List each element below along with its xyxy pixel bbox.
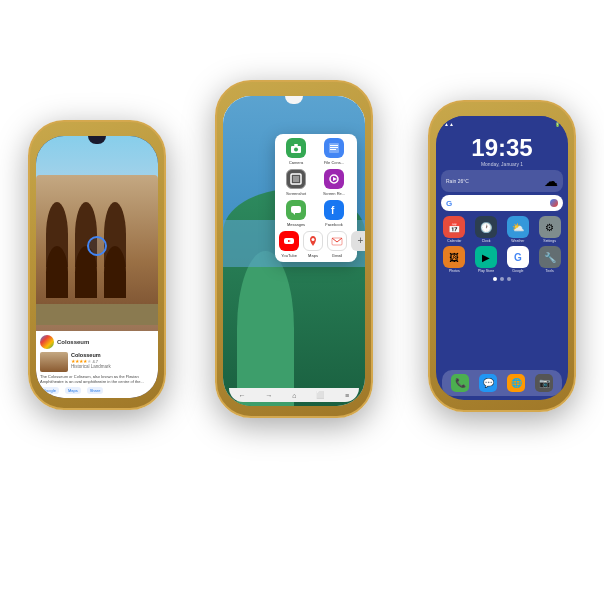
share-app-file[interactable]: File Cons... bbox=[317, 138, 351, 165]
weather-label: Weather bbox=[511, 239, 524, 243]
settings-icon: ⚙ bbox=[539, 216, 561, 238]
settings-label: Settings bbox=[543, 239, 556, 243]
file-icon bbox=[324, 138, 344, 158]
scene: Colosseum Colosseum ★★★★★ 4.7 Historical… bbox=[0, 0, 604, 600]
power-button-mid bbox=[371, 142, 373, 164]
dock-messages-icon[interactable]: 💬 bbox=[479, 374, 497, 392]
tools-label: Tools bbox=[546, 269, 554, 273]
calendar-icon: 📅 bbox=[443, 216, 465, 238]
share-app-screenrec[interactable]: Screen Re... bbox=[317, 169, 351, 196]
phone-mid: 10:05 ▲ Reader mode ↻ ⋮ This Tiny Pictur… bbox=[215, 80, 373, 418]
weather-info: Rain 26°C bbox=[446, 178, 469, 185]
signal-icon: ▲▲ bbox=[444, 121, 454, 127]
google-lens-logo bbox=[40, 335, 54, 349]
share-app-youtube[interactable]: YouTube bbox=[279, 231, 299, 258]
app-settings[interactable]: ⚙ Settings bbox=[535, 216, 564, 243]
svg-rect-6 bbox=[330, 149, 336, 150]
dock-camera-icon[interactable]: 📷 bbox=[535, 374, 553, 392]
menu-icon[interactable]: ≡ bbox=[345, 392, 349, 399]
lens-action-share[interactable]: Share bbox=[87, 387, 104, 394]
playstore-label: Play Store bbox=[478, 269, 494, 273]
google-search-bar[interactable]: G bbox=[441, 195, 563, 211]
file-label: File Cons... bbox=[324, 160, 344, 165]
dot-1 bbox=[493, 277, 497, 281]
share-app-gmail[interactable]: Gmail bbox=[327, 231, 347, 258]
dot-3 bbox=[507, 277, 511, 281]
app-weather[interactable]: ⛅ Weather bbox=[504, 216, 533, 243]
svg-text:+: + bbox=[358, 235, 364, 246]
svg-rect-8 bbox=[293, 176, 299, 182]
dock-browser-icon[interactable]: 🌐 bbox=[507, 374, 525, 392]
share-app-maps[interactable]: Maps bbox=[303, 231, 323, 258]
photos-label: Photos bbox=[449, 269, 460, 273]
share-app-camera[interactable]: Camera bbox=[279, 138, 313, 165]
colosseum-card: Colosseum ★★★★★ 4.7 Historical Landmark bbox=[40, 352, 154, 372]
svg-rect-4 bbox=[330, 145, 338, 146]
colosseum-thumbnail bbox=[40, 352, 68, 372]
maps-label: Maps bbox=[308, 253, 318, 258]
apps-grid: 📅 Calendar 🕐 Clock ⛅ Weather ⚙ Settings … bbox=[436, 214, 568, 275]
maps-icon bbox=[303, 231, 323, 251]
tabs-icon[interactable]: ⬜ bbox=[316, 391, 325, 399]
share-app-more[interactable]: + bbox=[351, 231, 365, 258]
time-display: 19:35 Monday, January 1 bbox=[436, 132, 568, 167]
app-playstore[interactable]: ▶ Play Store bbox=[472, 246, 501, 273]
playstore-icon: ▶ bbox=[475, 246, 497, 268]
screen-left: Colosseum Colosseum ★★★★★ 4.7 Historical… bbox=[36, 136, 158, 398]
share-row-2: Screenshot Screen Re... bbox=[279, 169, 353, 196]
signal-icons-right: ▲▲ bbox=[444, 121, 454, 127]
screen-mid: 10:05 ▲ Reader mode ↻ ⋮ This Tiny Pictur… bbox=[223, 96, 365, 406]
weather-icon: ☁ bbox=[544, 173, 558, 189]
lens-action-google[interactable]: Google bbox=[40, 387, 59, 394]
lens-actions: Google Maps Share bbox=[40, 387, 154, 394]
camera-label: Camera bbox=[289, 160, 303, 165]
screenshot-label: Screenshot bbox=[286, 191, 306, 196]
share-app-screenshot[interactable]: Screenshot bbox=[279, 169, 313, 196]
svg-rect-2 bbox=[294, 144, 298, 146]
google-mic-icon[interactable] bbox=[550, 199, 558, 207]
app-calendar[interactable]: 📅 Calendar bbox=[440, 216, 469, 243]
google-lens-panel: Colosseum Colosseum ★★★★★ 4.7 Historical… bbox=[36, 331, 158, 398]
bottom-navigation-mid: ← → ⌂ ⬜ ≡ bbox=[229, 388, 359, 402]
weather-temp: Rain 26°C bbox=[446, 178, 469, 185]
screen-right: ▲▲ 🔋 19:35 Monday, January 1 Rain 26°C ☁ bbox=[436, 116, 568, 400]
svg-rect-5 bbox=[330, 147, 338, 148]
svg-marker-12 bbox=[293, 213, 295, 215]
volume-up-left bbox=[28, 172, 30, 188]
share-app-messages[interactable]: Messages bbox=[279, 200, 313, 227]
share-row-4: YouTube Maps Gmail bbox=[279, 231, 353, 258]
share-row-3: Messages f Facebook bbox=[279, 200, 353, 227]
volume-up-mid bbox=[215, 132, 217, 148]
forward-icon[interactable]: → bbox=[266, 392, 273, 399]
screenrec-icon bbox=[324, 169, 344, 189]
dock-phone-icon[interactable]: 📞 bbox=[451, 374, 469, 392]
gmail-icon bbox=[327, 231, 347, 251]
home-icon[interactable]: ⌂ bbox=[292, 392, 296, 399]
clock-icon: 🕐 bbox=[475, 216, 497, 238]
back-icon[interactable]: ← bbox=[239, 392, 246, 399]
power-button-left bbox=[164, 182, 166, 204]
volume-up-right bbox=[428, 152, 430, 168]
power-button-right bbox=[574, 162, 576, 184]
main-time: 19:35 bbox=[436, 136, 568, 160]
app-photos[interactable]: 🖼 Photos bbox=[440, 246, 469, 273]
app-clock[interactable]: 🕐 Clock bbox=[472, 216, 501, 243]
share-app-facebook[interactable]: f Facebook bbox=[317, 200, 351, 227]
share-row-1: Camera File Cons... bbox=[279, 138, 353, 165]
phone-right: ▲▲ 🔋 19:35 Monday, January 1 Rain 26°C ☁ bbox=[428, 100, 576, 412]
app-google[interactable]: G Google bbox=[504, 246, 533, 273]
weather-widget: Rain 26°C ☁ bbox=[441, 170, 563, 192]
colosseum-info: Colosseum ★★★★★ 4.7 Historical Landmark bbox=[71, 352, 154, 369]
svg-point-1 bbox=[294, 148, 298, 152]
google-g: G bbox=[446, 199, 452, 208]
google-lens-label: Colosseum bbox=[57, 339, 89, 345]
app-tools[interactable]: 🔧 Tools bbox=[535, 246, 564, 273]
colosseum-type: Historical Landmark bbox=[71, 364, 154, 369]
screenrec-label: Screen Re... bbox=[323, 191, 345, 196]
weather-app-icon: ⛅ bbox=[507, 216, 529, 238]
youtube-label: YouTube bbox=[281, 253, 297, 258]
clock-label: Clock bbox=[482, 239, 491, 243]
google-app-icon: G bbox=[507, 246, 529, 268]
lens-action-maps[interactable]: Maps bbox=[65, 387, 81, 394]
facebook-icon: f bbox=[324, 200, 344, 220]
